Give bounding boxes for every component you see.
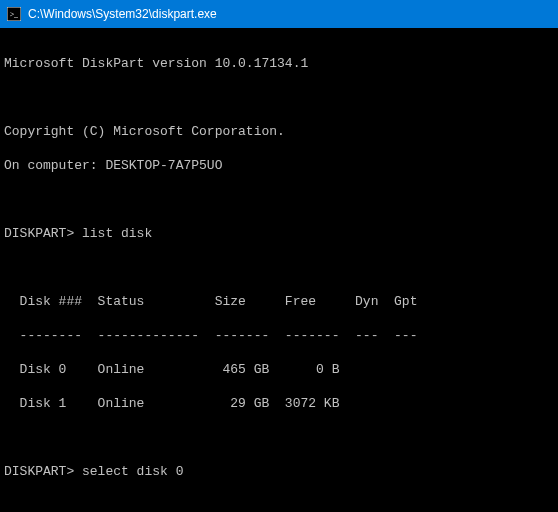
version-line: Microsoft DiskPart version 10.0.17134.1: [4, 55, 554, 72]
blank-line: [4, 191, 554, 208]
computer-line: On computer: DESKTOP-7A7P5UO: [4, 157, 554, 174]
disk-table-row: Disk 1 Online 29 GB 3072 KB: [4, 395, 554, 412]
disk-table-header: Disk ### Status Size Free Dyn Gpt: [4, 293, 554, 310]
blank-line: [4, 259, 554, 276]
console-output: Microsoft DiskPart version 10.0.17134.1 …: [0, 28, 558, 512]
prompt-list-disk: DISKPART> list disk: [4, 225, 554, 242]
window-titlebar[interactable]: >_ C:\Windows\System32\diskpart.exe: [0, 0, 558, 28]
console-icon: >_: [6, 6, 22, 22]
disk-table-row: Disk 0 Online 465 GB 0 B: [4, 361, 554, 378]
copyright-line: Copyright (C) Microsoft Corporation.: [4, 123, 554, 140]
blank-line: [4, 497, 554, 512]
disk-table-divider: -------- ------------- ------- ------- -…: [4, 327, 554, 344]
blank-line: [4, 89, 554, 106]
window-title: C:\Windows\System32\diskpart.exe: [28, 7, 217, 21]
blank-line: [4, 429, 554, 446]
svg-text:>_: >_: [10, 10, 18, 19]
prompt-select-disk: DISKPART> select disk 0: [4, 463, 554, 480]
